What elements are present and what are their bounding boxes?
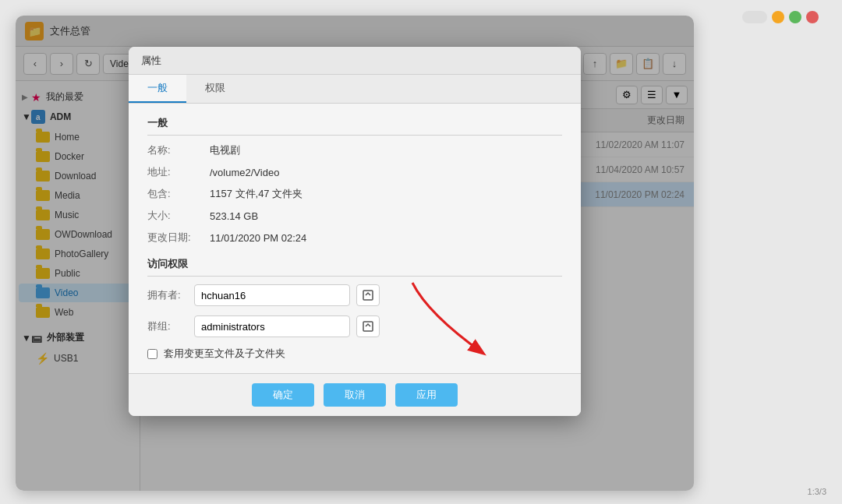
contains-value: 1157 文件,47 文件夹 (210, 187, 302, 201)
apply-checkbox[interactable] (147, 349, 157, 359)
window-controls (742, 11, 819, 23)
name-label: 名称: (147, 143, 210, 157)
watermark-text: 1:3/3 (808, 487, 826, 496)
owner-input[interactable] (194, 284, 350, 306)
modified-value: 11/01/2020 PM 02:24 (210, 232, 306, 244)
ok-button[interactable]: 确定 (252, 383, 314, 407)
info-row-contains: 包含: 1157 文件,47 文件夹 (147, 187, 562, 201)
size-label: 大小: (147, 209, 210, 223)
dialog-title-bar: 属性 (129, 47, 581, 75)
red-arrow-svg (366, 267, 522, 361)
path-value: /volume2/Video (210, 167, 279, 178)
tab-general[interactable]: 一般 (129, 75, 186, 103)
dialog-tabs: 一般 权限 (129, 75, 581, 104)
section-general-title: 一般 (147, 116, 562, 136)
size-value: 523.14 GB (210, 210, 258, 222)
tab-permissions[interactable]: 权限 (186, 75, 244, 103)
dialog-title: 属性 (141, 54, 161, 68)
owner-label: 拥有者: (147, 288, 194, 302)
watermark: 1:3/3 (808, 487, 826, 496)
apply-button[interactable]: 应用 (395, 383, 458, 407)
modified-label: 更改日期: (147, 231, 210, 245)
path-label: 地址: (147, 165, 210, 179)
info-row-modified: 更改日期: 11/01/2020 PM 02:24 (147, 231, 562, 245)
group-input[interactable] (194, 315, 350, 337)
close-btn[interactable] (806, 11, 819, 23)
toggle-btn[interactable] (742, 11, 767, 23)
info-row-name: 名称: 电视剧 (147, 143, 562, 157)
maximize-btn[interactable] (789, 11, 801, 23)
properties-dialog: 属性 一般 权限 一般 名称: 电视剧 地址: /volume2/Video (129, 47, 581, 416)
apply-checkbox-label: 套用变更至文件及子文件夹 (164, 347, 285, 361)
group-label: 群组: (147, 319, 194, 333)
modal-overlay: 属性 一般 权限 一般 名称: 电视剧 地址: /volume2/Video (16, 16, 694, 491)
contains-label: 包含: (147, 187, 210, 201)
minimize-btn[interactable] (772, 11, 784, 23)
app-window: 📁 文件总管 ‹ › ↻ Video ↑ 📁 📋 ↓ ▶ ★ 我的最爱 ▼ a … (16, 16, 694, 491)
info-row-size: 大小: 523.14 GB (147, 209, 562, 223)
name-value: 电视剧 (210, 143, 240, 157)
dialog-body: 一般 名称: 电视剧 地址: /volume2/Video 包含: 1157 文… (129, 104, 581, 373)
info-row-path: 地址: /volume2/Video (147, 165, 562, 179)
dialog-footer: 确定 取消 应用 (129, 373, 581, 416)
cancel-button[interactable]: 取消 (324, 383, 386, 407)
